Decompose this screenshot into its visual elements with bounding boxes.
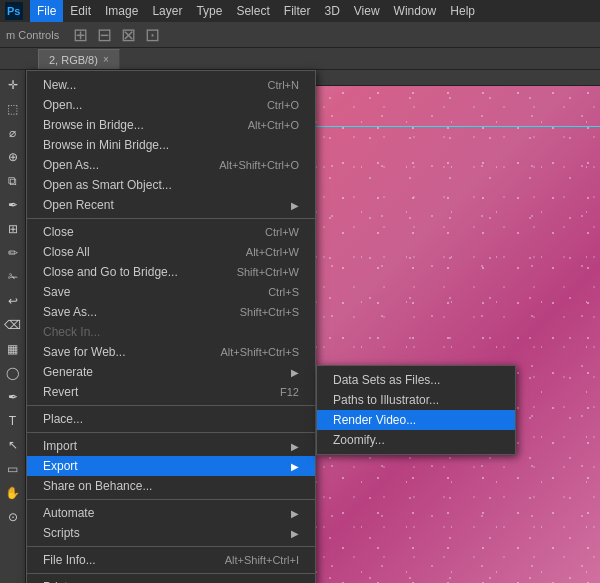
menu-item-open-smart[interactable]: Open as Smart Object...	[27, 175, 315, 195]
menu-help[interactable]: Help	[443, 0, 482, 22]
menu-bar: Ps File Edit Image Layer Type Select Fil…	[0, 0, 600, 22]
tool-shape[interactable]: ▭	[2, 458, 24, 480]
app-logo: Ps	[4, 1, 24, 21]
file-menu: New... Ctrl+N Open... Ctrl+O Browse in B…	[26, 70, 316, 583]
menu-file[interactable]: File	[30, 0, 63, 22]
menu-item-check-in: Check In...	[27, 322, 315, 342]
tab-label: 2, RGB/8)	[49, 54, 98, 66]
tool-clone[interactable]: ✁	[2, 266, 24, 288]
tool-path-select[interactable]: ↖	[2, 434, 24, 456]
export-submenu: Data Sets as Files... Paths to Illustrat…	[316, 365, 516, 455]
svg-text:Ps: Ps	[7, 5, 20, 17]
menu-item-browse-bridge[interactable]: Browse in Bridge... Alt+Ctrl+O	[27, 115, 315, 135]
menu-item-file-info[interactable]: File Info... Alt+Shift+Ctrl+I	[27, 550, 315, 570]
tool-eraser[interactable]: ⌫	[2, 314, 24, 336]
menu-layer[interactable]: Layer	[145, 0, 189, 22]
menu-item-close-bridge[interactable]: Close and Go to Bridge... Shift+Ctrl+W	[27, 262, 315, 282]
tool-brush[interactable]: ✏	[2, 242, 24, 264]
tool-zoom[interactable]: ⊙	[2, 506, 24, 528]
menu-select[interactable]: Select	[229, 0, 276, 22]
submenu-item-render-video[interactable]: Render Video...	[317, 410, 515, 430]
separator-6	[27, 573, 315, 574]
separator-2	[27, 405, 315, 406]
tool-crop[interactable]: ⧉	[2, 170, 24, 192]
dropdown-container: New... Ctrl+N Open... Ctrl+O Browse in B…	[26, 70, 316, 583]
separator-4	[27, 499, 315, 500]
menu-item-save-as[interactable]: Save As... Shift+Ctrl+S	[27, 302, 315, 322]
tool-quick-select[interactable]: ⊕	[2, 146, 24, 168]
menu-item-generate[interactable]: Generate ▶	[27, 362, 315, 382]
tool-lasso[interactable]: ⌀	[2, 122, 24, 144]
menu-view[interactable]: View	[347, 0, 387, 22]
tool-pen[interactable]: ✒	[2, 386, 24, 408]
submenu-item-paths[interactable]: Paths to Illustrator...	[317, 390, 515, 410]
tool-gradient[interactable]: ▦	[2, 338, 24, 360]
tool-history[interactable]: ↩	[2, 290, 24, 312]
menu-item-close[interactable]: Close Ctrl+W	[27, 222, 315, 242]
menu-item-automate[interactable]: Automate ▶	[27, 503, 315, 523]
tool-healing[interactable]: ⊞	[2, 218, 24, 240]
submenu-item-zoomify[interactable]: Zoomify...	[317, 430, 515, 450]
menu-item-new[interactable]: New... Ctrl+N	[27, 75, 315, 95]
toolbar-controls-label: m Controls	[6, 29, 59, 41]
menu-item-save[interactable]: Save Ctrl+S	[27, 282, 315, 302]
separator-5	[27, 546, 315, 547]
menu-item-open-recent[interactable]: Open Recent ▶	[27, 195, 315, 215]
tool-move[interactable]: ✛	[2, 74, 24, 96]
menu-item-share-behance[interactable]: Share on Behance...	[27, 476, 315, 496]
menu-item-open-as[interactable]: Open As... Alt+Shift+Ctrl+O	[27, 155, 315, 175]
tool-dodge[interactable]: ◯	[2, 362, 24, 384]
menu-item-export[interactable]: Export ▶	[27, 456, 315, 476]
menu-item-place[interactable]: Place...	[27, 409, 315, 429]
tool-hand[interactable]: ✋	[2, 482, 24, 504]
menu-item-browse-mini[interactable]: Browse in Mini Bridge...	[27, 135, 315, 155]
tool-eyedropper[interactable]: ✒	[2, 194, 24, 216]
toolbar-icons: ⊞ ⊟ ⊠ ⊡	[73, 24, 162, 46]
menu-3d[interactable]: 3D	[317, 0, 346, 22]
menu-type[interactable]: Type	[189, 0, 229, 22]
menu-item-revert[interactable]: Revert F12	[27, 382, 315, 402]
separator-1	[27, 218, 315, 219]
document-tab[interactable]: 2, RGB/8) ×	[38, 49, 120, 69]
tab-bar: 2, RGB/8) ×	[0, 48, 600, 70]
menu-image[interactable]: Image	[98, 0, 145, 22]
menu-filter[interactable]: Filter	[277, 0, 318, 22]
tool-type[interactable]: T	[2, 410, 24, 432]
menu-window[interactable]: Window	[387, 0, 444, 22]
menu-item-save-web[interactable]: Save for Web... Alt+Shift+Ctrl+S	[27, 342, 315, 362]
tool-marquee[interactable]: ⬚	[2, 98, 24, 120]
left-toolbar: ✛ ⬚ ⌀ ⊕ ⧉ ✒ ⊞ ✏ ✁ ↩ ⌫ ▦ ◯ ✒ T ↖ ▭ ✋ ⊙	[0, 70, 26, 583]
menu-item-open[interactable]: Open... Ctrl+O	[27, 95, 315, 115]
main-area: ✛ ⬚ ⌀ ⊕ ⧉ ✒ ⊞ ✏ ✁ ↩ ⌫ ▦ ◯ ✒ T ↖ ▭ ✋ ⊙ 10…	[0, 70, 600, 583]
menu-edit[interactable]: Edit	[63, 0, 98, 22]
submenu-item-data-sets[interactable]: Data Sets as Files...	[317, 370, 515, 390]
menu-item-import[interactable]: Import ▶	[27, 436, 315, 456]
toolbar-row: m Controls ⊞ ⊟ ⊠ ⊡	[0, 22, 600, 48]
separator-3	[27, 432, 315, 433]
menu-item-scripts[interactable]: Scripts ▶	[27, 523, 315, 543]
tab-close-icon[interactable]: ×	[103, 54, 109, 65]
menu-item-print[interactable]: Print... Ctrl+P	[27, 577, 315, 583]
menu-item-close-all[interactable]: Close All Alt+Ctrl+W	[27, 242, 315, 262]
